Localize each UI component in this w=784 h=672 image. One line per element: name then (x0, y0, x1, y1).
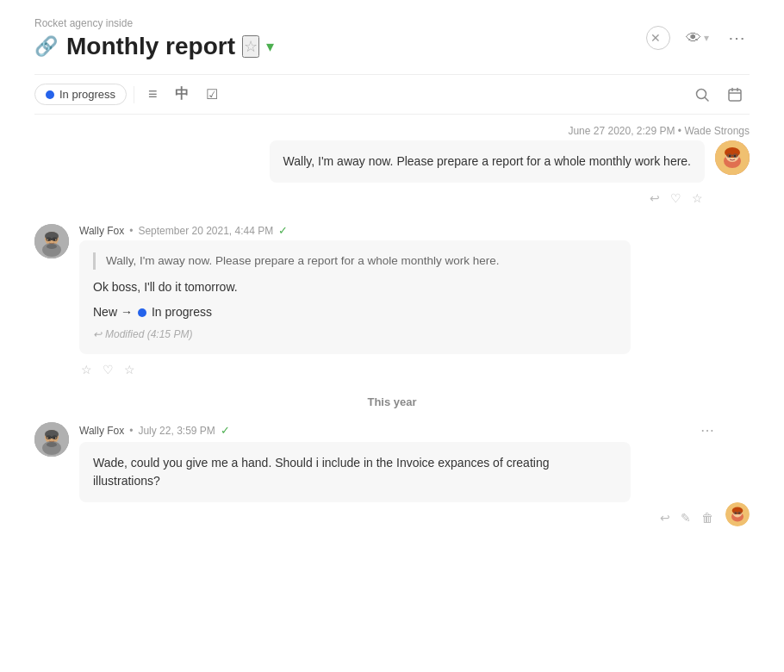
avatar-wally (34, 224, 69, 258)
bubble-actions-wally: ☆ ♡ ☆ (79, 361, 750, 378)
breadcrumb: Rocket agency inside (34, 17, 274, 29)
messages-area: June 27 2020, 2:29 PM • Wade Strongs Wal… (34, 115, 750, 672)
message-bubble-wally: Wally, I'm away now. Please prepare a re… (79, 240, 631, 354)
svg-point-31 (47, 442, 57, 447)
avatar-wally-last (34, 422, 69, 457)
message-block-last: Wally Fox • July 22, 3:59 PM ✓ ⋯ Wade, c… (34, 422, 750, 526)
message-more-button[interactable]: ⋯ (700, 422, 715, 439)
avatar-wade-small (725, 502, 750, 526)
wade-avatar-small (725, 502, 750, 526)
message-timestamp: June 27 2020, 2:29 PM • Wade Strongs (568, 125, 750, 137)
svg-rect-2 (729, 90, 741, 101)
avatar-image-wade-small (725, 502, 750, 526)
checklist-button[interactable]: ☑ (199, 83, 225, 106)
sender-name: Wally Fox (79, 225, 124, 237)
status-badge[interactable]: In progress (34, 84, 127, 105)
bubble-actions-wade: ↩ ♡ ☆ (648, 190, 705, 207)
heart-button[interactable]: ♡ (669, 190, 683, 207)
right-bubble-wrap: Wally, I'm away now. Please prepare a re… (270, 140, 750, 207)
message-block-wally: Wally Fox • September 20 2021, 4:44 PM ✓… (34, 224, 750, 378)
view-button[interactable]: 👁 ▾ (682, 26, 712, 51)
message-block-wade: June 27 2020, 2:29 PM • Wade Strongs Wal… (34, 125, 750, 207)
modified-time: Modified (4:15 PM) (105, 327, 192, 342)
section-separator: This year (34, 395, 750, 408)
list-view-button[interactable]: ≡ (141, 82, 165, 107)
toolbar-right (688, 84, 750, 106)
view-dropdown-arrow: ▾ (704, 32, 709, 44)
avatar-image-wade (715, 140, 750, 175)
message-meta-last: Wally Fox • July 22, 3:59 PM ✓ ⋯ (79, 422, 715, 439)
search-button[interactable] (688, 84, 717, 106)
message-text-last: Wade, could you give me a hand. Should i… (93, 456, 549, 488)
svg-point-0 (697, 89, 706, 98)
toolbar: In progress ≡ 中 ☑ (34, 74, 750, 115)
trash-last-button[interactable]: 🗑 (700, 509, 715, 526)
svg-point-11 (734, 155, 736, 157)
calendar-icon (727, 87, 743, 103)
quote-block: Wally, I'm away now. Please prepare a re… (93, 252, 617, 270)
reply-last-button[interactable]: ↩ (658, 509, 672, 526)
svg-point-21 (47, 244, 57, 249)
bubble-actions-last: ↩ ✎ 🗑 (79, 509, 715, 526)
star-wally-button[interactable]: ☆ (79, 361, 94, 378)
message-meta-wade: June 27 2020, 2:29 PM • Wade Strongs (568, 125, 750, 137)
reply-text: Ok boss, I'll do it tomorrow. (93, 278, 617, 296)
read-check-icon: ✓ (278, 224, 288, 237)
dropdown-button[interactable]: ▾ (266, 37, 274, 56)
message-text: Wally, I'm away now. Please prepare a re… (283, 154, 691, 168)
read-check-last: ✓ (221, 424, 230, 437)
more-options-button[interactable]: ⋯ (725, 24, 750, 52)
star-action-button[interactable]: ☆ (690, 190, 705, 207)
svg-point-19 (48, 239, 50, 240)
page-title: Monthly report (66, 33, 235, 60)
message-time: September 20 2021, 4:44 PM (138, 225, 273, 237)
section-label: This year (367, 395, 416, 408)
svg-point-29 (48, 437, 50, 439)
eye-icon: 👁 (686, 29, 701, 47)
svg-point-10 (729, 155, 731, 157)
status-change-dot (138, 308, 146, 317)
header-left: Rocket agency inside 🔗 Monthly report ☆ … (34, 17, 274, 60)
sender-name-last: Wally Fox (79, 425, 124, 437)
header-right: ✕ 👁 ▾ ⋯ (646, 24, 750, 52)
status-change: New → In progress (93, 303, 617, 321)
status-from: New → (93, 303, 133, 321)
avatar-wade (715, 140, 750, 175)
message-bubble-wade: Wally, I'm away now. Please prepare a re… (270, 140, 705, 183)
star-button[interactable]: ☆ (242, 35, 259, 58)
quoted-text: Wally, I'm away now. Please prepare a re… (106, 254, 500, 267)
message-content-wally: Wally Fox • September 20 2021, 4:44 PM ✓… (79, 224, 750, 378)
edit-last-button[interactable]: ✎ (679, 509, 693, 526)
status-to: In progress (152, 303, 212, 321)
svg-point-40 (738, 513, 740, 514)
meta-separator: • (129, 225, 133, 237)
message-meta-wally: Wally Fox • September 20 2021, 4:44 PM ✓ (79, 224, 750, 237)
meta-left: Wally Fox • July 22, 3:59 PM ✓ (79, 424, 230, 437)
avatar-image-wally (34, 224, 69, 258)
message-time-last: July 22, 3:59 PM (138, 425, 215, 437)
search-icon (694, 87, 710, 103)
translate-button[interactable]: 中 (168, 82, 196, 107)
star2-wally-button[interactable]: ☆ (122, 361, 137, 378)
right-content: Wally, I'm away now. Please prepare a re… (270, 140, 705, 207)
svg-line-1 (706, 97, 709, 101)
status-label: In progress (59, 88, 115, 101)
svg-point-20 (53, 239, 55, 240)
reply-button[interactable]: ↩ (648, 190, 662, 207)
link-icon: 🔗 (34, 35, 58, 58)
svg-point-30 (53, 437, 55, 439)
message-bubble-last: Wade, could you give me a hand. Should i… (79, 442, 631, 502)
message-content-last: Wally Fox • July 22, 3:59 PM ✓ ⋯ Wade, c… (79, 422, 715, 526)
heart-wally-button[interactable]: ♡ (101, 361, 115, 378)
status-dot (46, 90, 54, 99)
calendar-button[interactable] (720, 84, 750, 106)
meta-sep-last: • (129, 425, 133, 437)
svg-point-39 (735, 513, 737, 514)
modified-label: ↩ Modified (4:15 PM) (93, 327, 617, 342)
title-row: 🔗 Monthly report ☆ ▾ (34, 33, 274, 60)
avatar-image-wally-last (34, 422, 69, 457)
close-button[interactable]: ✕ (646, 26, 670, 50)
header: Rocket agency inside 🔗 Monthly report ☆ … (34, 17, 750, 60)
reply-icon: ↩ (93, 327, 102, 342)
toolbar-divider (134, 86, 134, 103)
